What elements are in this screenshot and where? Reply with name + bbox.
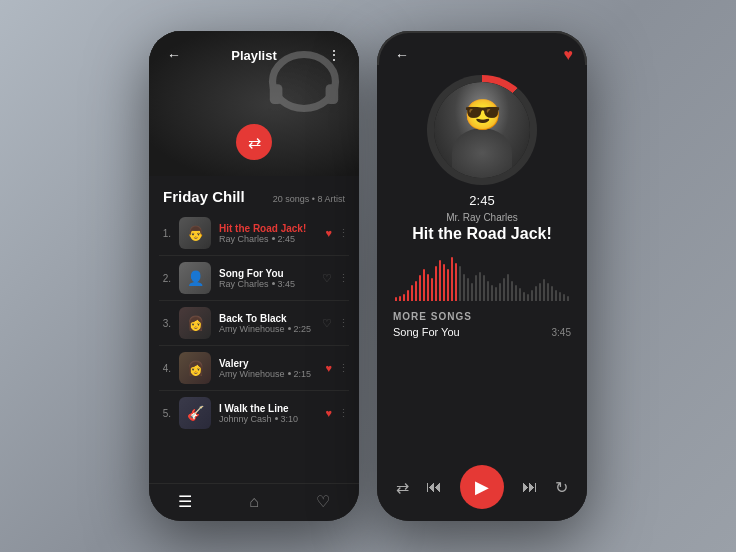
song-thumbnail: 👨: [179, 217, 211, 249]
shuffle-button[interactable]: ⇄: [236, 124, 272, 160]
song-item-3[interactable]: 3. 👩 Back To Black Amy Winehouse 2:25 ♡ …: [159, 301, 349, 345]
playlist-meta: 20 songs • 8 Artist: [273, 194, 345, 204]
separator: [288, 372, 291, 375]
screen-title: Playlist: [231, 48, 277, 63]
song-item-4[interactable]: 4. 👩 Valery Amy Winehouse 2:15 ♥ ⋮: [159, 346, 349, 390]
song-info: Valery Amy Winehouse 2:15: [219, 358, 317, 379]
waveform-bar-6: [419, 275, 421, 301]
waveform-bar-33: [527, 294, 529, 301]
next-button[interactable]: ⏭: [522, 478, 538, 496]
song-artist: Ray Charles: [219, 279, 269, 289]
player-like-button[interactable]: ♥: [564, 46, 574, 64]
waveform[interactable]: [393, 253, 571, 301]
nav-home-icon[interactable]: ⌂: [249, 493, 259, 511]
bottom-nav: ☰ ⌂ ♡: [149, 483, 359, 521]
artist-photo: [434, 82, 530, 178]
shuffle-icon: ⇄: [248, 133, 261, 152]
waveform-bar-0: [395, 297, 397, 301]
song-more-button[interactable]: ⋮: [338, 317, 349, 330]
separator: [288, 327, 291, 330]
song-duration: 3:45: [278, 279, 296, 289]
song-title: Hit the Road Jack!: [219, 223, 317, 234]
song-info: I Walk the Line Johnny Cash 3:10: [219, 403, 317, 424]
song-number: 3.: [159, 318, 171, 329]
player-back-button[interactable]: ←: [391, 45, 413, 65]
song-more-button[interactable]: ⋮: [338, 407, 349, 420]
waveform-bar-8: [427, 274, 429, 302]
playlist-name: Friday Chill: [163, 188, 245, 205]
menu-button[interactable]: ⋮: [323, 45, 345, 65]
song-info: Hit the Road Jack! Ray Charles 2:45: [219, 223, 317, 244]
song-item-1[interactable]: 1. 👨 Hit the Road Jack! Ray Charles 2:45…: [159, 211, 349, 255]
waveform-bar-23: [487, 281, 489, 301]
waveform-bar-43: [567, 296, 569, 302]
song-title: Valery: [219, 358, 317, 369]
waveform-bar-21: [479, 272, 481, 301]
song-like-button[interactable]: ♥: [325, 407, 332, 419]
waveform-bar-35: [535, 286, 537, 301]
waveform-bar-20: [475, 275, 477, 301]
waveform-bar-14: [451, 257, 453, 301]
song-thumbnail: 👤: [179, 262, 211, 294]
back-button[interactable]: ←: [163, 45, 185, 65]
play-button[interactable]: ▶: [460, 465, 504, 509]
shuffle-control-button[interactable]: ⇄: [396, 478, 409, 497]
song-number: 1.: [159, 228, 171, 239]
song-title: Back To Black: [219, 313, 314, 324]
song-like-button[interactable]: ♡: [322, 272, 332, 285]
song-like-button[interactable]: ♥: [325, 362, 332, 374]
next-song-name: Song For You: [393, 326, 460, 338]
waveform-bar-32: [523, 292, 525, 301]
song-artist-duration: Ray Charles 2:45: [219, 234, 317, 244]
waveform-bar-17: [463, 274, 465, 302]
waveform-bar-31: [519, 288, 521, 301]
song-info: Song For You Ray Charles 3:45: [219, 268, 314, 289]
song-thumbnail: 👩: [179, 307, 211, 339]
player-phone: ← ♥ 2:45 Mr. Ray Charles Hit the Road Ja…: [377, 31, 587, 521]
waveform-bar-13: [447, 269, 449, 301]
waveform-bar-36: [539, 283, 541, 301]
waveform-bar-15: [455, 263, 457, 302]
playlist-hero: ← Playlist ⋮ ⇄: [149, 31, 359, 176]
waveform-bar-42: [563, 294, 565, 301]
album-art: [427, 75, 537, 185]
playlist-phone: ← Playlist ⋮ ⇄ Friday Chill 20 songs • 8…: [149, 31, 359, 521]
song-number: 2.: [159, 273, 171, 284]
svg-rect-2: [326, 84, 339, 104]
song-duration: 2:15: [294, 369, 312, 379]
song-item-2[interactable]: 2. 👤 Song For You Ray Charles 3:45 ♡ ⋮: [159, 256, 349, 300]
song-item-5[interactable]: 5. 🎸 I Walk the Line Johnny Cash 3:10 ♥ …: [159, 391, 349, 435]
waveform-bar-28: [507, 274, 509, 302]
song-like-button[interactable]: ♡: [322, 317, 332, 330]
song-more-button[interactable]: ⋮: [338, 272, 349, 285]
song-more-button[interactable]: ⋮: [338, 362, 349, 375]
artist-name: Mr. Ray Charles: [446, 212, 518, 223]
player-content: 2:45 Mr. Ray Charles Hit the Road Jack! …: [377, 65, 587, 455]
song-actions: ♥ ⋮: [325, 227, 349, 240]
separator: [275, 417, 278, 420]
waveform-bar-10: [435, 266, 437, 301]
waveform-bar-7: [423, 269, 425, 301]
more-songs-label: MORE SONGS: [393, 311, 571, 322]
svg-rect-1: [270, 84, 283, 104]
song-artist: Amy Winehouse: [219, 369, 285, 379]
nav-favorites-icon[interactable]: ♡: [316, 492, 330, 511]
playlist-content: Friday Chill 20 songs • 8 Artist 1. 👨 Hi…: [149, 176, 359, 483]
separator: [272, 237, 275, 240]
waveform-bar-38: [547, 283, 549, 301]
repeat-button[interactable]: ↻: [555, 478, 568, 497]
song-more-button[interactable]: ⋮: [338, 227, 349, 240]
waveform-bar-2: [403, 294, 405, 301]
song-thumbnail: 👩: [179, 352, 211, 384]
prev-button[interactable]: ⏮: [426, 478, 442, 496]
nav-list-icon[interactable]: ☰: [178, 492, 192, 511]
song-like-button[interactable]: ♥: [325, 227, 332, 239]
song-duration: 3:10: [281, 414, 299, 424]
song-artist: Ray Charles: [219, 234, 269, 244]
waveform-bar-27: [503, 278, 505, 301]
waveform-bar-19: [471, 283, 473, 301]
song-duration: 2:45: [278, 234, 296, 244]
waveform-bar-11: [439, 260, 441, 301]
song-number: 5.: [159, 408, 171, 419]
waveform-bar-1: [399, 296, 401, 301]
